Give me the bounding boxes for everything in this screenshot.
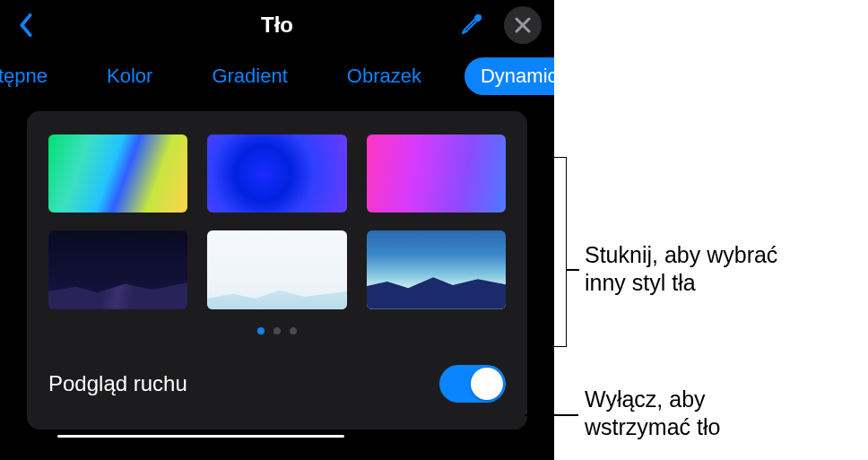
panel-title: Tło bbox=[261, 13, 293, 38]
panel-header: Tło bbox=[0, 0, 554, 50]
background-grid bbox=[48, 135, 506, 309]
motion-preview-toggle[interactable] bbox=[439, 365, 506, 403]
eyedropper-button[interactable] bbox=[457, 12, 484, 39]
background-thumb[interactable] bbox=[48, 230, 187, 308]
annotation-thumb-hint: Stuknij, aby wybrać inny styl tła bbox=[585, 241, 777, 298]
tab-color[interactable]: Kolor bbox=[91, 57, 169, 95]
background-thumb[interactable] bbox=[367, 135, 506, 213]
motion-preview-row: Podgląd ruchu bbox=[48, 365, 506, 403]
tab-preset[interactable]: tępne bbox=[0, 57, 64, 95]
background-type-tabs: tępne Kolor Gradient Obrazek Dynamiczne bbox=[0, 50, 554, 111]
svg-point-0 bbox=[476, 14, 482, 20]
dynamic-backgrounds-panel: Podgląd ruchu bbox=[27, 111, 527, 430]
close-icon bbox=[515, 17, 531, 33]
pager-dot[interactable] bbox=[257, 327, 265, 334]
background-thumb[interactable] bbox=[367, 230, 506, 308]
toggle-knob bbox=[471, 368, 503, 400]
tab-image[interactable]: Obrazek bbox=[331, 57, 438, 95]
chevron-left-icon bbox=[18, 13, 34, 37]
callout-leader bbox=[567, 269, 579, 271]
eyedropper-icon bbox=[459, 13, 482, 37]
annotation-text: inny styl tła bbox=[585, 269, 777, 297]
callout-leader bbox=[525, 414, 578, 416]
annotation-text: wstrzymać tło bbox=[585, 413, 720, 441]
back-button[interactable] bbox=[13, 12, 39, 39]
background-thumb[interactable] bbox=[48, 135, 187, 213]
annotation-text: Wyłącz, aby bbox=[585, 386, 720, 413]
annotation-text: Stuknij, aby wybrać bbox=[585, 241, 777, 269]
pager-dot[interactable] bbox=[290, 327, 297, 334]
pager-dots bbox=[48, 327, 506, 334]
motion-preview-label: Podgląd ruchu bbox=[48, 371, 187, 396]
background-thumb[interactable] bbox=[207, 135, 346, 213]
background-thumb[interactable] bbox=[207, 230, 346, 308]
close-button[interactable] bbox=[504, 6, 542, 44]
tab-gradient[interactable]: Gradient bbox=[195, 57, 303, 95]
label-underline bbox=[57, 435, 344, 438]
tab-dynamic[interactable]: Dynamiczne bbox=[464, 57, 554, 95]
annotation-toggle-hint: Wyłącz, aby wstrzymać tło bbox=[585, 386, 720, 442]
callout-bracket bbox=[554, 157, 567, 347]
background-picker-panel: Tło tępne Kolor Gradient Obrazek Dynamic… bbox=[0, 0, 554, 460]
pager-dot[interactable] bbox=[273, 327, 281, 334]
